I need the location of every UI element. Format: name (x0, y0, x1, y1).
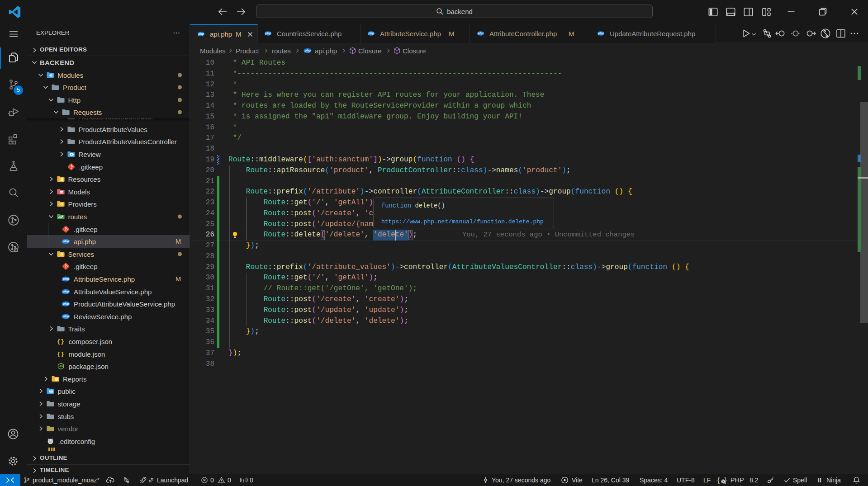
svg-text:JS: JS (59, 365, 63, 368)
